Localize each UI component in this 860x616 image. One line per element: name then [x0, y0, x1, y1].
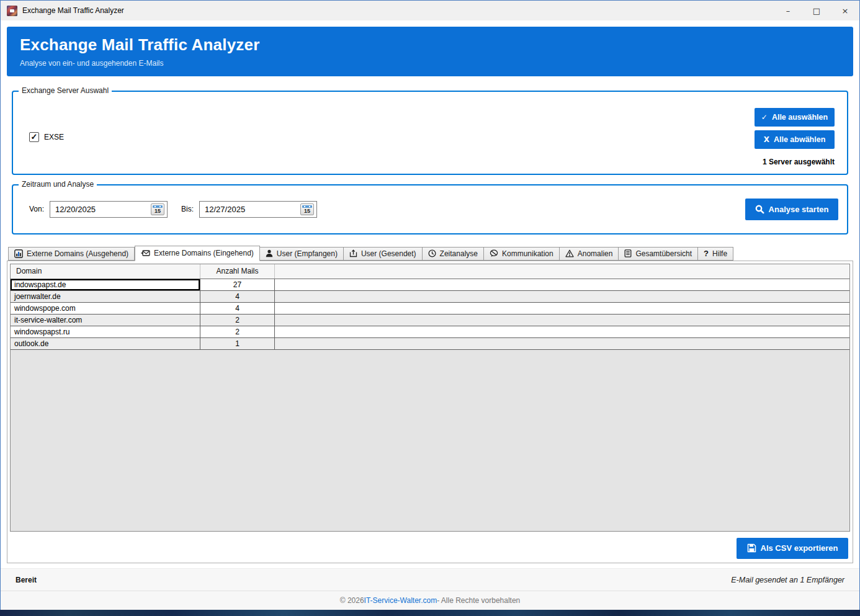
user-icon [266, 249, 273, 257]
footer: © 2026 IT-Service-Walter.com - Alle Rech… [1, 591, 859, 610]
start-analysis-label: Analyse starten [769, 205, 829, 214]
table-header: Domain Anzahl Mails [11, 264, 849, 279]
footer-link[interactable]: IT-Service-Walter.com [364, 596, 437, 605]
communication-icon [490, 249, 498, 257]
export-row: Als CSV exportieren [10, 532, 850, 559]
server-actions: ✓ Alle auswählen X Alle abwählen 1 Serve… [755, 108, 838, 166]
server-checkbox-row: ✓ EXSE [29, 108, 64, 166]
deselect-all-label: Alle abwählen [774, 135, 825, 144]
from-date-field: 15 [50, 201, 168, 218]
maximize-button[interactable]: □ [802, 1, 831, 20]
status-email-info: E-Mail gesendet an 1 Empfänger [731, 576, 844, 584]
tab-gesamtuebersicht[interactable]: Gesamtübersicht [619, 247, 698, 261]
status-text: Bereit [16, 576, 37, 584]
select-all-label: Alle auswählen [772, 113, 828, 122]
export-csv-label: Als CSV exportieren [761, 543, 838, 553]
minimize-button[interactable]: – [774, 1, 802, 20]
app-window: Exchange Mail Traffic Analyzer – □ × Exc… [0, 0, 860, 610]
status-bar: Bereit E-Mail gesendet an 1 Empfänger [1, 568, 859, 591]
app-header-banner: Exchange Mail Traffic Analyzer Analyse v… [7, 27, 853, 76]
table-empty-area [11, 350, 849, 531]
table-row[interactable]: indowspapst.de 27 [11, 279, 849, 291]
table-row[interactable]: it-service-walter.com 2 [11, 315, 849, 326]
table-row[interactable]: joernwalter.de 4 [11, 291, 849, 303]
copyright-prefix: © 2026 [340, 596, 364, 605]
report-icon [624, 249, 632, 257]
to-date-field: 15 [199, 201, 317, 218]
copyright-suffix: - Alle Rechte vorbehalten [437, 596, 520, 605]
tab-kommunikation[interactable]: Kommunikation [484, 247, 560, 261]
to-calendar-icon[interactable]: 15 [300, 203, 314, 215]
close-button[interactable]: × [831, 1, 859, 20]
tab-anomalien[interactable]: Anomalien [560, 247, 619, 261]
tab-externe-domains-eingehend[interactable]: Externe Domains (Eingehend) [135, 246, 260, 261]
server-checkbox[interactable]: ✓ [29, 132, 39, 142]
tab-content-panel: Domain Anzahl Mails indowspapst.de 27 jo… [7, 261, 853, 563]
sent-page-icon [349, 249, 357, 257]
export-csv-button[interactable]: Als CSV exportieren [737, 538, 848, 559]
desktop-wallpaper-strip [0, 610, 860, 616]
from-calendar-icon[interactable]: 15 [151, 203, 164, 215]
select-all-button[interactable]: ✓ Alle auswählen [755, 108, 835, 127]
window-title: Exchange Mail Traffic Analyzer [22, 6, 124, 15]
tab-user-gesendet[interactable]: User (Gesendet) [344, 247, 423, 261]
tab-externe-domains-ausgehend[interactable]: Externe Domains (Ausgehend) [8, 247, 135, 261]
x-icon: X [764, 135, 769, 144]
to-date-label: Bis: [181, 205, 194, 213]
selected-server-count: 1 Server ausgewählt [763, 158, 835, 166]
tab-strip: Externe Domains (Ausgehend) Externe Doma… [8, 245, 853, 261]
column-header-anzahl-mails[interactable]: Anzahl Mails [200, 264, 275, 279]
deselect-all-button[interactable]: X Alle abwählen [755, 130, 835, 149]
table-row[interactable]: windowspope.com 4 [11, 303, 849, 315]
app-icon [7, 6, 17, 16]
from-date-label: Von: [29, 205, 44, 213]
page-subtitle: Analyse von ein- und ausgehenden E-Mails [20, 59, 853, 68]
magnifier-icon [755, 205, 764, 214]
table-row[interactable]: windowspapst.ru 2 [11, 326, 849, 338]
tab-hilfe[interactable]: ? Hilfe [698, 247, 733, 261]
start-analysis-button[interactable]: Analyse starten [745, 199, 838, 220]
clock-icon [428, 249, 436, 257]
to-date-input[interactable] [205, 205, 300, 214]
server-group-label: Exchange Server Auswahl [19, 86, 112, 95]
check-icon: ✓ [761, 113, 768, 122]
table-row[interactable]: outlook.de 1 [11, 338, 849, 350]
tab-zeitanalyse[interactable]: Zeitanalyse [423, 247, 484, 261]
page-title: Exchange Mail Traffic Analyzer [20, 35, 853, 55]
warning-icon [565, 249, 574, 257]
desktop: Exchange Mail Traffic Analyzer – □ × Exc… [0, 0, 860, 616]
column-header-filler [275, 264, 849, 279]
server-selection-group: Exchange Server Auswahl ✓ EXSE ✓ Alle au… [12, 91, 848, 175]
bar-chart-icon [14, 249, 23, 258]
incoming-mail-icon [141, 249, 150, 257]
period-group-label: Zeitraum und Analyse [19, 180, 97, 189]
domains-table: Domain Anzahl Mails indowspapst.de 27 jo… [10, 264, 850, 532]
window-controls: – □ × [774, 1, 859, 20]
question-icon: ? [704, 249, 709, 258]
server-checkbox-label: EXSE [44, 133, 64, 141]
column-header-domain[interactable]: Domain [11, 264, 200, 279]
tab-user-empfangen[interactable]: User (Empfangen) [260, 247, 344, 261]
titlebar: Exchange Mail Traffic Analyzer – □ × [1, 1, 859, 20]
floppy-disk-icon [747, 543, 756, 553]
period-analysis-group: Zeitraum und Analyse Von: 15 Bis: 15 Ana… [12, 184, 848, 234]
from-date-input[interactable] [55, 205, 151, 214]
